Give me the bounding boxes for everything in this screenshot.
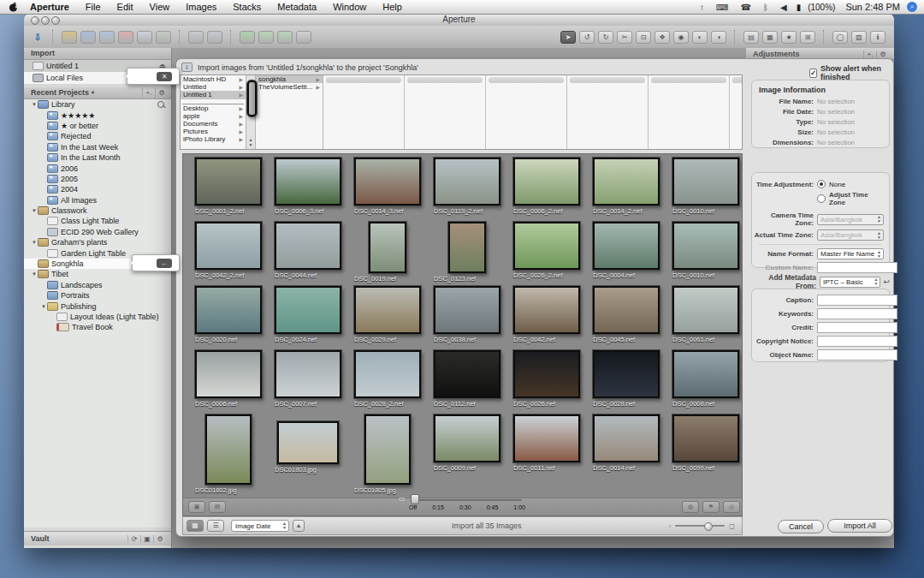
- sidebar-item-library[interactable]: ▼Library: [24, 99, 171, 110]
- keyboard-icon[interactable]: ⌨: [716, 3, 728, 12]
- vault-sync-button[interactable]: ⟳: [127, 535, 140, 543]
- thumbnail-dsc-0019-nef[interactable]: DSC_0019.nef: [347, 218, 427, 283]
- vault-status-button[interactable]: ▣: [140, 535, 153, 543]
- browser-item-desktop[interactable]: Desktop▶: [181, 104, 246, 112]
- browser-item-thevolumesetti-[interactable]: TheVolumeSetti...▶: [256, 83, 323, 91]
- sidebar-item-landscapes[interactable]: Landscapes: [24, 280, 171, 290]
- sidebar-item-in-the-last-week[interactable]: In the Last Week: [24, 142, 171, 152]
- new-project-button[interactable]: [62, 31, 77, 44]
- object-name-field[interactable]: [817, 349, 897, 361]
- select-tool[interactable]: ➤: [560, 31, 576, 44]
- disclosure-triangle[interactable]: ▼: [31, 208, 38, 213]
- camera-timezone-dropdown[interactable]: Asia/Bangkok▲▼: [817, 214, 884, 225]
- credit-field[interactable]: [817, 322, 897, 333]
- custom-name-field[interactable]: [817, 262, 897, 273]
- sort-by-dropdown[interactable]: Image Date ▲▼: [231, 520, 289, 532]
- thumbnail-dsc-0004-nef[interactable]: DSC_0004.nef: [586, 218, 666, 283]
- volume-icon[interactable]: ◀: [780, 3, 787, 12]
- thumbnail-dsc-0006-2-nef[interactable]: DSC_0006_2.nef: [506, 154, 586, 218]
- thumbnail-dsc-0042-2-nef[interactable]: DSC_0042_2.nef: [188, 218, 268, 283]
- spot-patch-tool[interactable]: ❖: [654, 31, 670, 44]
- grid-view-toggle[interactable]: ▦: [187, 520, 204, 532]
- thumbnail-size-slider[interactable]: ▫ ◻: [669, 522, 735, 530]
- sidebar-item-publishing[interactable]: ▼Publishing: [24, 301, 171, 311]
- thumbnail-dsc-0009-nef[interactable]: DSC_0009.nef: [427, 411, 506, 493]
- thumbnail-dsc-0099-nef[interactable]: DSC_0099.nef: [666, 411, 743, 493]
- photo-thumbnail[interactable]: [672, 222, 739, 270]
- photo-thumbnail[interactable]: [354, 350, 421, 398]
- photo-thumbnail[interactable]: [364, 414, 411, 485]
- photo-thumbnail[interactable]: [277, 421, 339, 464]
- thumbnail-dsc-0119-2-nef[interactable]: DSC_0119_2.nef: [427, 154, 506, 218]
- adjustments-gear-button[interactable]: ⚙: [876, 51, 889, 58]
- photo-thumbnail[interactable]: [195, 286, 262, 334]
- new-web-gallery-button[interactable]: [156, 31, 171, 44]
- sidebar-item-travel-book[interactable]: Travel Book: [24, 322, 171, 332]
- new-smart-album-button[interactable]: [99, 31, 115, 44]
- camera-reset-button[interactable]: ◍: [682, 501, 699, 513]
- photo-thumbnail[interactable]: [354, 286, 421, 334]
- rotate-right-button[interactable]: [277, 31, 293, 44]
- photo-thumbnail[interactable]: [672, 414, 739, 462]
- grid-view-button[interactable]: ▦: [762, 31, 778, 44]
- metadata-reset-button[interactable]: ↩: [883, 277, 890, 286]
- thumbnail-dsc-0007-nef[interactable]: DSC_0007.nef: [268, 347, 347, 411]
- loupe-button[interactable]: ◯: [832, 31, 848, 44]
- close-all-stacks-button[interactable]: [207, 31, 222, 44]
- menu-clock[interactable]: Sun 2:48 PM: [845, 2, 900, 12]
- thumbnail-dsc-0038-nef[interactable]: DSC_0038.nef: [427, 283, 506, 347]
- thumbnail-dsc-0010-nef[interactable]: DSC_0010.nef: [666, 218, 743, 283]
- sidebar-item-portraits[interactable]: Portraits: [24, 290, 171, 301]
- thumbnail-dsc-0112-nef[interactable]: DSC_0112.nef: [427, 347, 506, 411]
- adjustments-panel-button[interactable]: ▧: [851, 31, 867, 44]
- name-format-dropdown[interactable]: Master File Name▲▼: [817, 248, 884, 259]
- sidebar-item-rejected[interactable]: Rejected: [24, 131, 171, 141]
- photo-thumbnail[interactable]: [275, 222, 341, 270]
- actual-timezone-dropdown[interactable]: Asia/Bangkok▲▼: [817, 229, 884, 241]
- thumbnail-dsc-0014-2-nef[interactable]: DSC_0014_2.nef: [586, 154, 666, 218]
- rating-filter-button[interactable]: ★: [781, 31, 797, 44]
- red-eye-tool[interactable]: ◉: [673, 31, 689, 44]
- sidebar-item-class-light-table[interactable]: Class Light Table: [24, 216, 171, 226]
- photo-thumbnail[interactable]: [195, 158, 262, 206]
- browser-item-untitled[interactable]: Untitled▶: [181, 83, 246, 91]
- sidebar-item-ecid-290-web-gallery[interactable]: ECID 290 Web Gallery: [24, 227, 171, 237]
- thumbnail-dsc-0044-nef[interactable]: DSC_0044.nef: [268, 218, 347, 283]
- menu-file[interactable]: File: [86, 2, 101, 12]
- photo-thumbnail[interactable]: [672, 350, 739, 398]
- photo-thumbnail[interactable]: [593, 350, 660, 398]
- thumbnail-dsc-0014-3-nef[interactable]: DSC_0014_3.nef: [347, 154, 427, 218]
- photo-thumbnail[interactable]: [513, 350, 580, 398]
- bluetooth-icon[interactable]: ᛒ: [763, 3, 768, 12]
- photo-thumbnail[interactable]: [434, 414, 500, 462]
- photo-thumbnail[interactable]: [434, 350, 500, 398]
- caption-field[interactable]: [817, 295, 897, 306]
- straighten-tool[interactable]: ✂: [617, 31, 632, 44]
- photo-thumbnail[interactable]: [513, 286, 580, 334]
- thumbnail-dsc-0024-nef[interactable]: DSC_0024.nef: [268, 283, 347, 347]
- sidebar-item-2006[interactable]: 2006: [24, 163, 171, 173]
- new-version-button[interactable]: [240, 31, 255, 44]
- keywords-field[interactable]: [817, 308, 897, 319]
- rotate-right-tool[interactable]: ↻: [598, 31, 613, 44]
- show-alert-checkbox[interactable]: ✓ Show alert when finished: [809, 64, 893, 81]
- menu-window[interactable]: Window: [333, 2, 366, 12]
- battery-icon[interactable]: ▮: [797, 3, 802, 12]
- info-panel-button[interactable]: ℹ: [870, 31, 886, 44]
- browser-item-pictures[interactable]: Pictures▶: [181, 128, 246, 135]
- thumbnail-dsc-0020-nef[interactable]: DSC_0020.nef: [188, 283, 268, 347]
- sidebar-item--or-better[interactable]: ★ or better: [24, 121, 171, 131]
- sidebar-item--[interactable]: ★★★★★: [24, 110, 171, 120]
- menu-metadata[interactable]: Metadata: [277, 2, 317, 12]
- thumbnail-dsc-0045-nef[interactable]: DSC_0045.nef: [586, 283, 666, 347]
- close-callout-button[interactable]: ✕: [157, 72, 172, 81]
- open-all-stacks-button[interactable]: [188, 31, 204, 44]
- title-bar[interactable]: Aperture: [24, 14, 894, 27]
- rotate-left-tool[interactable]: ↺: [579, 31, 595, 44]
- thumbnail-dsc-0042-nef[interactable]: DSC_0042.nef: [506, 283, 586, 347]
- crop-tool[interactable]: ⊡: [636, 31, 651, 44]
- browser-item-iphoto-library[interactable]: iPhoto Library▶: [181, 135, 246, 143]
- photo-thumbnail[interactable]: [195, 350, 262, 398]
- spotlight-icon[interactable]: ⌕: [907, 2, 917, 12]
- photo-thumbnail[interactable]: [672, 158, 739, 206]
